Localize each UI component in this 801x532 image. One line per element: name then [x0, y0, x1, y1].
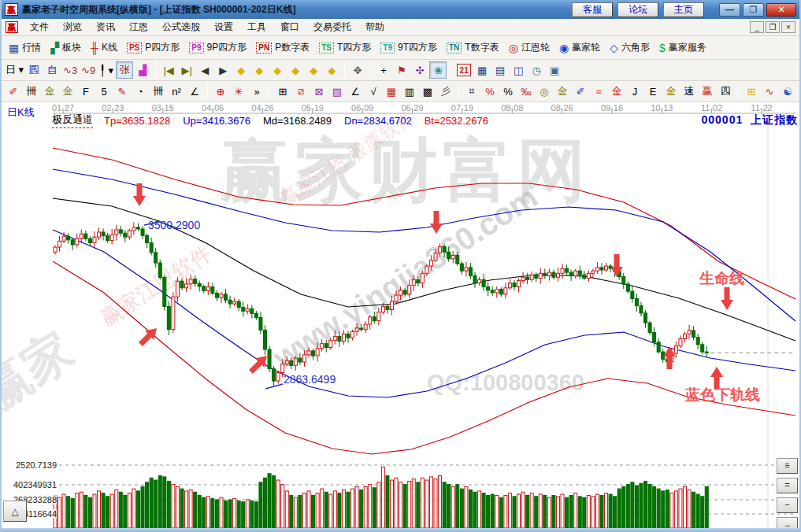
- clock-stats-icon[interactable]: ◷: [528, 61, 545, 79]
- pen2-icon[interactable]: ✎: [113, 83, 131, 100]
- trend-line-icon[interactable]: ∠: [347, 83, 364, 100]
- annotation-arrow-down[interactable]: [721, 287, 733, 310]
- step-forward-icon[interactable]: ▶: [214, 61, 232, 79]
- check-line-icon[interactable]: √: [365, 83, 382, 100]
- t-table-button[interactable]: TNT数字表: [443, 39, 503, 57]
- gann-cross-icon[interactable]: ◆: [287, 61, 304, 79]
- star-burst-icon[interactable]: ✳: [230, 83, 247, 100]
- winner-service-button[interactable]: $赢家服务: [655, 39, 710, 57]
- kline-button[interactable]: ╫K线: [87, 39, 121, 57]
- indicator-name[interactable]: 极反通道: [52, 113, 93, 128]
- pen3-icon[interactable]: ✐: [572, 83, 589, 100]
- n-squared-icon[interactable]: n²: [168, 83, 185, 100]
- save-icon[interactable]: ◫: [510, 61, 527, 79]
- forum-button[interactable]: 论坛: [617, 2, 658, 17]
- price-volume-plot[interactable]: [2, 102, 799, 528]
- price-annotation-high[interactable]: 3500.2900: [148, 219, 200, 231]
- grid2-icon[interactable]: ▥: [401, 83, 418, 100]
- time-circle-icon[interactable]: ◔: [132, 83, 149, 100]
- gold-angle-icon[interactable]: 金: [662, 83, 680, 100]
- percent-zone-icon[interactable]: %: [481, 83, 499, 100]
- child-minimize-button[interactable]: _: [750, 21, 764, 33]
- go-last-icon[interactable]: ▶|: [178, 61, 195, 79]
- f-comb-icon[interactable]: F: [77, 83, 95, 100]
- menu-工具[interactable]: 工具: [240, 18, 273, 36]
- go-first-icon[interactable]: |◀: [160, 61, 177, 79]
- box-fan2-icon[interactable]: ▨: [328, 83, 346, 100]
- comb-icon[interactable]: 卌: [23, 83, 40, 100]
- pane-layout-3-button[interactable]: ≡: [777, 458, 798, 474]
- gold-comb2-icon[interactable]: 金: [59, 83, 76, 100]
- j-angle-icon[interactable]: J: [626, 83, 643, 100]
- crosshair-icon[interactable]: +: [375, 61, 392, 79]
- info-panel-icon[interactable]: 自: [43, 61, 61, 79]
- infinity-icon[interactable]: ∞: [797, 83, 799, 100]
- annotation-arrow-down[interactable]: [430, 211, 443, 234]
- wave9-icon[interactable]: ∿9: [80, 61, 97, 79]
- pane-layout-2-button[interactable]: =: [777, 478, 798, 493]
- candlestick-series[interactable]: [54, 222, 708, 386]
- pane-slider-button[interactable]: →: [777, 517, 798, 528]
- ribbon-tool-icon[interactable]: ✣: [411, 61, 428, 79]
- gann-star-icon[interactable]: ◆: [305, 61, 322, 79]
- 9t-square-button[interactable]: T99T四方形: [376, 39, 441, 57]
- sectors-button[interactable]: ▞板块: [46, 39, 85, 57]
- notes-icon[interactable]: ▤: [491, 61, 509, 79]
- winner-wheel-button[interactable]: ◉赢家轮: [555, 39, 604, 57]
- comb2-icon[interactable]: 卌: [150, 83, 167, 100]
- pane-layout-1-button[interactable]: −: [777, 497, 798, 513]
- gold-red-icon[interactable]: 金: [608, 83, 625, 100]
- box-fan-icon[interactable]: ⊠: [310, 83, 328, 100]
- calculator-icon[interactable]: ▦: [473, 61, 491, 79]
- annotation-arrow-ne[interactable]: [136, 323, 161, 349]
- gann-left-icon[interactable]: ◆: [232, 61, 250, 79]
- chart-area[interactable]: 赢家财富网 www.yingjia360.com QQ:100800360 赢家…: [2, 102, 799, 528]
- minimize-button[interactable]: —: [719, 3, 740, 17]
- menu-文件[interactable]: 文件: [23, 18, 56, 36]
- gold-comb1-icon[interactable]: 金: [41, 83, 58, 100]
- menu-帮助[interactable]: 帮助: [358, 18, 391, 36]
- annotation-arrow-up[interactable]: [663, 346, 676, 369]
- profile-chart-icon[interactable]: ▟: [134, 61, 151, 79]
- p-table-button[interactable]: PNP数字表: [252, 39, 313, 57]
- gann-wheel-button[interactable]: ◎江恩轮: [505, 39, 554, 57]
- restore-button[interactable]: ❐: [743, 3, 764, 17]
- candle-type-selector[interactable]: ╿ ▾: [98, 61, 115, 79]
- fan-icon[interactable]: ⧄: [292, 83, 310, 100]
- gann-right-icon[interactable]: ◆: [250, 61, 268, 79]
- yinyang-icon[interactable]: ☯: [779, 83, 796, 100]
- child-close-button[interactable]: ×: [781, 21, 795, 33]
- quotes-button[interactable]: ▦行情: [5, 39, 45, 57]
- win-angle-icon[interactable]: 赢: [699, 83, 716, 100]
- p-square-button[interactable]: PSP四方形: [123, 39, 184, 57]
- cycle-tool-icon[interactable]: ❀: [429, 61, 447, 79]
- 9p-square-button[interactable]: P99P四方形: [185, 39, 250, 57]
- pen-icon[interactable]: ✐: [5, 83, 22, 100]
- homepage-button[interactable]: 主页: [663, 2, 704, 17]
- four-angle-icon[interactable]: 四: [717, 83, 734, 100]
- grid-red-icon[interactable]: ▦: [383, 83, 400, 100]
- mini-chart-icon[interactable]: ∿: [761, 83, 778, 100]
- e-angle-icon[interactable]: E: [644, 83, 662, 100]
- menu-公式选股[interactable]: 公式选股: [155, 18, 207, 36]
- close-button[interactable]: ✕: [766, 3, 796, 17]
- step-back-icon[interactable]: ◀: [196, 61, 213, 79]
- hatch-icon[interactable]: 彡: [437, 83, 454, 100]
- hexagon-button[interactable]: ◇六角形: [606, 39, 654, 57]
- menu-设置[interactable]: 设置: [207, 18, 240, 36]
- price-annotation-low[interactable]: 2863.6499: [284, 373, 336, 386]
- blue-lower-band-label[interactable]: 蓝色下轨线: [685, 385, 760, 405]
- zhang-icon[interactable]: 张: [116, 61, 133, 79]
- print-icon[interactable]: ▣: [546, 61, 563, 79]
- grid3-icon[interactable]: ▩: [419, 83, 436, 100]
- calendar-icon[interactable]: 21: [457, 64, 471, 76]
- yellow-grid-icon[interactable]: ⊞: [743, 83, 760, 100]
- wave3-icon[interactable]: ∿3: [61, 61, 79, 79]
- life-line-label[interactable]: 生命线: [699, 268, 744, 289]
- gold-circle-icon[interactable]: ◎: [536, 83, 553, 100]
- mirror-icon[interactable]: ∠: [186, 83, 203, 100]
- speed-angle-icon[interactable]: 速: [680, 83, 698, 100]
- menu-江恩[interactable]: 江恩: [122, 18, 155, 36]
- menu-交易委托[interactable]: 交易委托: [306, 18, 358, 36]
- flag-mark-icon[interactable]: ⚑: [393, 61, 410, 79]
